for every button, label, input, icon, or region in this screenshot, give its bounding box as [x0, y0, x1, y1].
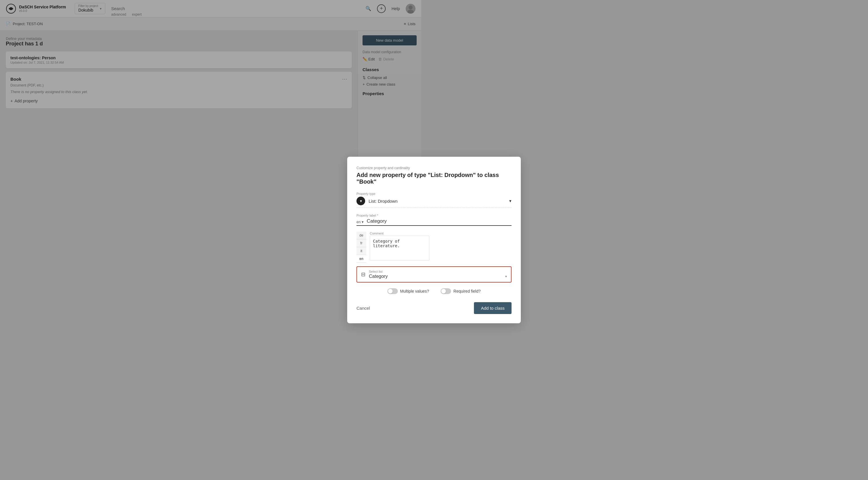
comment-textarea-wrap: Category of literature. — [370, 236, 421, 240]
lang-tab-fr[interactable]: fr — [356, 239, 366, 240]
lang-selector[interactable]: en ▾ — [356, 220, 367, 224]
lang-value: en — [356, 220, 361, 224]
label-row: en ▾ — [356, 218, 421, 226]
lang-tabs: de fr it en — [356, 232, 366, 240]
modal-subtitle: Customize property and cardinality — [356, 166, 421, 170]
property-type-select[interactable]: List: Dropdown ▾ — [369, 198, 421, 203]
modal-title: Add new property of type "List: Dropdown… — [356, 172, 421, 185]
comment-textarea[interactable]: Category of literature. — [370, 236, 421, 240]
property-type-group: Property type ▾ List: Dropdown ▾ — [356, 192, 421, 208]
modal-dialog: Customize property and cardinality Add n… — [347, 157, 421, 240]
comment-label: Comment — [370, 232, 421, 235]
property-type-value: List: Dropdown — [369, 199, 398, 203]
property-label-label: Property label * — [356, 214, 421, 217]
property-type-icon: ▾ — [356, 197, 365, 205]
lang-tab-de[interactable]: de — [356, 232, 366, 239]
property-type-row: ▾ List: Dropdown ▾ — [356, 197, 421, 208]
property-label-input[interactable] — [367, 218, 421, 224]
lang-chevron-icon: ▾ — [362, 220, 364, 224]
comment-section: Comment de fr it en Category of literatu… — [356, 232, 421, 240]
modal-overlay: Customize property and cardinality Add n… — [0, 0, 421, 240]
comment-body: de fr it en Category of literature. — [356, 236, 421, 240]
property-label-group: Property label * en ▾ — [356, 214, 421, 226]
property-type-label: Property type — [356, 192, 421, 195]
